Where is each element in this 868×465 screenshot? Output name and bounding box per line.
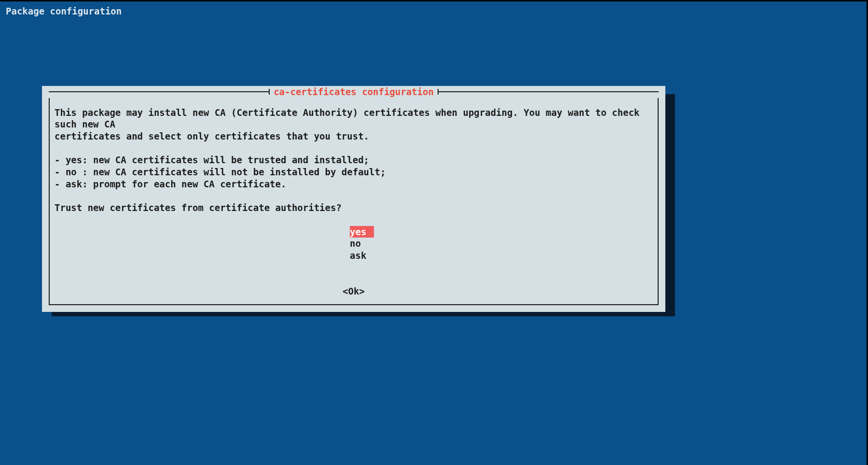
option-yes[interactable]: yes	[350, 226, 374, 238]
option-ask[interactable]: ask	[350, 250, 366, 262]
ok-button[interactable]: <Ok>	[343, 285, 365, 297]
option-desc-ask: - ask: prompt for each new CA certificat…	[55, 178, 653, 190]
option-desc-no: - no : new CA certificates will not be i…	[55, 166, 653, 178]
dialog-border: This package may install new CA (Certifi…	[49, 98, 659, 305]
option-no[interactable]: no	[350, 238, 361, 250]
dialog-body: This package may install new CA (Certifi…	[55, 107, 653, 297]
description-line-1: This package may install new CA (Certifi…	[55, 107, 653, 130]
dialog-question: Trust new certificates from certificate …	[55, 202, 653, 214]
menu-options: yes no ask	[350, 226, 653, 262]
dialog-box: ca-certificates configuration This packa…	[42, 86, 665, 312]
description-line-2: certificates and select only certificate…	[55, 130, 653, 142]
page-title: Package configuration	[0, 1, 867, 21]
dialog-top-border: ca-certificates configuration	[49, 86, 659, 98]
ok-button-wrap: <Ok>	[55, 285, 653, 297]
terminal-background: Package configuration ca-certificates co…	[0, 0, 868, 465]
option-desc-yes: - yes: new CA certificates will be trust…	[55, 154, 653, 166]
dialog-title: ca-certificates configuration	[270, 86, 438, 98]
